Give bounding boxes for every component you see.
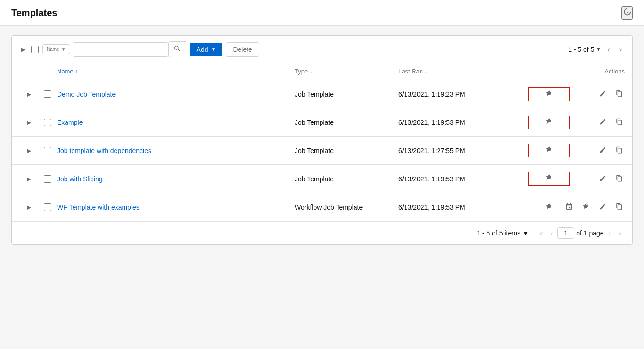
- page-header: Templates: [0, 0, 644, 26]
- actions-cell: [568, 88, 625, 100]
- template-name-link[interactable]: WF Template with examples: [57, 203, 140, 211]
- launch-button[interactable]: [544, 172, 555, 185]
- select-all-checkbox[interactable]: [31, 46, 39, 53]
- items-per-page-chevron[interactable]: ▼: [522, 229, 529, 237]
- row-checkbox[interactable]: [44, 147, 51, 154]
- table-row: ▶ Job template with dependencies Job Tem…: [12, 137, 632, 165]
- last-ran: 6/13/2021, 1:19:53 PM: [398, 119, 530, 126]
- template-name-link[interactable]: Job with Slicing: [57, 175, 103, 183]
- launch-button[interactable]: [544, 116, 555, 129]
- next-page-footer-button[interactable]: ›: [606, 228, 614, 238]
- template-name-link[interactable]: Example: [57, 119, 83, 126]
- launch-button[interactable]: [544, 144, 555, 157]
- col-header-name[interactable]: Name ↑: [57, 68, 295, 75]
- footer-pagination: 1 - 5 of 5 items ▼ « ‹ of 1 page › »: [477, 227, 625, 239]
- launch-button[interactable]: [544, 88, 555, 101]
- search-group: [74, 41, 186, 57]
- template-type: Job Template: [295, 90, 398, 98]
- copy-button[interactable]: [614, 201, 625, 213]
- pagination-info: 1 - 5 of 5 ▼ ‹ ›: [568, 44, 625, 55]
- items-info: 1 - 5 of 5 items ▼: [477, 229, 528, 237]
- footer-bar: 1 - 5 of 5 items ▼ « ‹ of 1 page › »: [12, 221, 632, 244]
- actions-cell: [568, 145, 625, 157]
- filter-chevron-icon: ▼: [61, 47, 66, 52]
- last-ran: 6/13/2021, 1:19:53 PM: [398, 203, 530, 211]
- copy-button[interactable]: [614, 88, 625, 100]
- row-expand-button[interactable]: ▶: [25, 202, 33, 212]
- sort-icon-last-ran: ↕: [425, 69, 427, 74]
- prev-page-footer-button[interactable]: ‹: [547, 228, 555, 238]
- search-button[interactable]: [168, 41, 186, 57]
- template-type: Job Template: [295, 175, 398, 183]
- last-ran: 6/13/2021, 1:19:23 PM: [398, 90, 530, 98]
- edit-button[interactable]: [597, 201, 608, 213]
- actions-cell: [568, 201, 625, 214]
- search-input[interactable]: [74, 42, 168, 57]
- copy-button[interactable]: [614, 116, 625, 129]
- row-checkbox[interactable]: [44, 175, 51, 183]
- row-expand-button[interactable]: ▶: [25, 89, 33, 99]
- row-checkbox[interactable]: [44, 119, 51, 126]
- last-ran: 6/13/2021, 1:19:53 PM: [398, 175, 530, 183]
- search-icon: [173, 45, 181, 52]
- table-row: ▶ WF Template with examples Workflow Job…: [12, 193, 632, 221]
- last-page-footer-button[interactable]: »: [615, 228, 625, 238]
- add-button[interactable]: Add ▼: [190, 43, 223, 56]
- copy-button[interactable]: [614, 173, 625, 185]
- table-body: ▶ Demo Job Template Job Template 6/13/20…: [12, 80, 632, 221]
- template-type: Job Template: [295, 119, 398, 126]
- edit-button[interactable]: [597, 88, 608, 100]
- page-of-label: of 1 page: [576, 229, 603, 237]
- actions-cell: [568, 173, 625, 185]
- filter-label: Name: [47, 47, 59, 52]
- sort-icon-type: ↕: [310, 69, 312, 74]
- page-number-input[interactable]: [557, 227, 574, 239]
- filter-select[interactable]: Name ▼: [42, 44, 70, 54]
- toolbar: ▶ Name ▼ Add ▼: [12, 36, 632, 63]
- template-name-link[interactable]: Demo Job Template: [57, 90, 116, 98]
- row-checkbox[interactable]: [44, 203, 51, 211]
- sort-icon-name: ↑: [75, 69, 78, 74]
- launch-button[interactable]: [544, 201, 555, 214]
- table-row: ▶ Job with Slicing Job Template 6/13/202…: [12, 165, 632, 193]
- col-header-actions: Actions: [568, 68, 625, 75]
- template-type: Workflow Job Template: [295, 203, 398, 211]
- main-content: ▶ Name ▼ Add ▼: [0, 26, 644, 254]
- page-range-select[interactable]: 1 - 5 of 5 ▼: [568, 46, 601, 53]
- table-header: Name ↑ Type ↕ Last Ran ↕ Actions: [12, 63, 632, 80]
- col-header-last-ran[interactable]: Last Ran ↕: [398, 68, 530, 75]
- next-page-button[interactable]: ›: [617, 44, 625, 55]
- history-button[interactable]: [621, 6, 633, 20]
- copy-button[interactable]: [614, 145, 625, 157]
- pagination-chevron-icon: ▼: [596, 47, 601, 52]
- table-row: ▶ Demo Job Template Job Template 6/13/20…: [12, 80, 632, 108]
- edit-button[interactable]: [597, 116, 608, 129]
- table-row: ▶ Example Job Template 6/13/2021, 1:19:5…: [12, 108, 632, 137]
- add-chevron-icon: ▼: [211, 47, 216, 52]
- launch-wf-button[interactable]: [580, 201, 592, 214]
- row-checkbox[interactable]: [44, 90, 51, 98]
- toolbar-right: 1 - 5 of 5 ▼ ‹ ›: [568, 44, 625, 55]
- first-page-button[interactable]: «: [537, 228, 546, 238]
- templates-card: ▶ Name ▼ Add ▼: [11, 35, 633, 245]
- edit-button[interactable]: [597, 173, 608, 185]
- expand-all-button[interactable]: ▶: [19, 44, 27, 55]
- prev-page-button[interactable]: ‹: [604, 44, 612, 55]
- row-expand-button[interactable]: ▶: [25, 174, 33, 184]
- row-expand-button[interactable]: ▶: [25, 117, 33, 128]
- template-name-link[interactable]: Job template with dependencies: [57, 147, 151, 154]
- col-header-type[interactable]: Type ↕: [295, 68, 398, 75]
- row-expand-button[interactable]: ▶: [25, 146, 33, 156]
- template-type: Job Template: [295, 147, 398, 154]
- toolbar-left: ▶ Name ▼ Add ▼: [19, 41, 564, 57]
- edit-button[interactable]: [597, 145, 608, 157]
- delete-button[interactable]: Delete: [226, 42, 259, 57]
- page-title: Templates: [11, 8, 57, 18]
- actions-cell: [568, 116, 625, 129]
- last-ran: 6/13/2021, 1:27:55 PM: [398, 147, 530, 154]
